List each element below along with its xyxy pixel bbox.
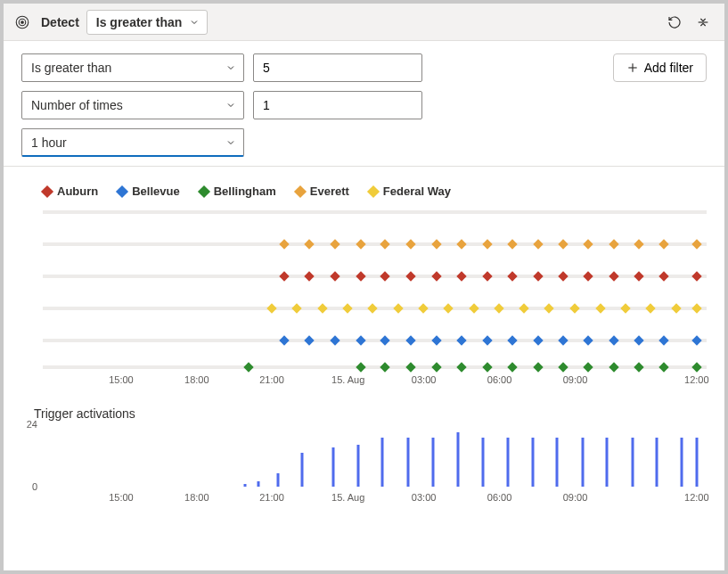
collapse-button[interactable] — [691, 10, 716, 35]
legend-item[interactable]: Everett — [296, 184, 349, 198]
data-point — [558, 335, 568, 345]
diamond-icon — [116, 184, 128, 197]
x-tick-label: 15. Aug — [331, 374, 364, 385]
data-point — [609, 239, 618, 249]
bar — [432, 438, 435, 487]
aggregation-select[interactable]: Number of times — [21, 91, 244, 119]
data-point — [330, 271, 339, 281]
bar — [258, 481, 260, 487]
bar — [556, 438, 559, 487]
bar — [481, 438, 484, 487]
data-point — [508, 271, 518, 281]
threshold-input[interactable] — [253, 53, 422, 82]
data-point — [356, 363, 365, 373]
data-point — [456, 271, 466, 281]
svg-point-2 — [21, 20, 24, 23]
bar — [300, 453, 303, 487]
data-point — [330, 239, 339, 249]
data-point — [305, 271, 315, 281]
data-point — [393, 303, 403, 313]
legend-label: Bellevue — [132, 184, 179, 198]
data-point — [356, 239, 365, 249]
data-point — [634, 271, 643, 281]
bar — [244, 484, 247, 487]
legend-label: Auburn — [57, 184, 98, 198]
data-point — [482, 335, 492, 345]
data-point — [691, 271, 701, 281]
add-filter-label: Add filter — [644, 61, 693, 75]
data-point — [456, 363, 466, 373]
x-tick-label: 21:00 — [259, 374, 284, 385]
bar — [695, 438, 698, 487]
data-point — [356, 271, 365, 281]
chevron-down-icon — [189, 17, 200, 28]
config-panel: Is greater than Add filter Number of tim… — [4, 41, 724, 157]
toolbar: Detect Is greater than — [4, 4, 724, 41]
detect-label: Detect — [41, 15, 79, 29]
data-point — [406, 363, 416, 373]
bar — [277, 473, 280, 487]
count-input[interactable] — [253, 91, 422, 119]
bar — [456, 432, 459, 487]
legend-label: Everett — [310, 184, 349, 198]
diamond-icon — [41, 184, 53, 197]
x-tick-label: 18:00 — [184, 492, 209, 503]
data-point — [646, 303, 656, 313]
data-point — [292, 303, 302, 313]
chevron-down-icon — [225, 100, 236, 111]
reset-button[interactable] — [662, 10, 687, 35]
data-point — [482, 363, 492, 373]
diamond-icon — [294, 184, 307, 197]
data-point — [380, 271, 390, 281]
data-point — [266, 303, 276, 313]
bar — [531, 438, 534, 487]
data-point — [280, 335, 290, 345]
legend-item[interactable]: Bellingham — [200, 184, 276, 198]
data-point — [620, 303, 630, 313]
data-point — [634, 363, 643, 373]
x-tick-label: 18:00 — [184, 374, 209, 385]
condition-select[interactable]: Is greater than — [21, 53, 244, 82]
data-point — [609, 363, 618, 373]
data-point — [444, 303, 454, 313]
bar — [356, 445, 359, 487]
data-point — [317, 303, 327, 313]
legend-item[interactable]: Auburn — [43, 184, 98, 198]
data-point — [456, 239, 466, 249]
data-point — [584, 239, 593, 249]
aggregation-select-value: Number of times — [31, 98, 123, 112]
x-tick-label: 03:00 — [412, 492, 437, 503]
bar — [581, 438, 584, 487]
bar — [631, 438, 634, 487]
add-filter-button[interactable]: Add filter — [613, 53, 707, 82]
condition-button[interactable]: Is greater than — [86, 10, 208, 35]
data-point — [533, 335, 543, 345]
x-tick-label: 06:00 — [487, 374, 512, 385]
data-point — [406, 335, 416, 345]
bar — [606, 438, 609, 487]
data-point — [609, 271, 618, 281]
data-point — [305, 335, 315, 345]
data-point — [508, 239, 518, 249]
data-point — [659, 239, 669, 249]
x-tick-label: 03:00 — [412, 374, 437, 385]
data-point — [280, 239, 290, 249]
data-point — [406, 239, 416, 249]
x-tick-label: 09:00 — [563, 374, 588, 385]
data-point — [691, 363, 701, 373]
x-tick-label: 15. Aug — [331, 492, 364, 503]
data-point — [570, 303, 580, 313]
data-point — [558, 363, 568, 373]
data-point — [659, 363, 669, 373]
data-point — [380, 363, 390, 373]
data-point — [482, 271, 492, 281]
bar — [381, 438, 384, 487]
legend-label: Federal Way — [383, 184, 451, 198]
bar — [331, 447, 334, 487]
window-select[interactable]: 1 hour — [21, 128, 244, 157]
legend-item[interactable]: Bellevue — [118, 184, 179, 198]
data-point — [584, 335, 593, 345]
legend-item[interactable]: Federal Way — [369, 184, 451, 198]
data-point — [634, 239, 643, 249]
y-tick-label: 24 — [27, 419, 37, 430]
